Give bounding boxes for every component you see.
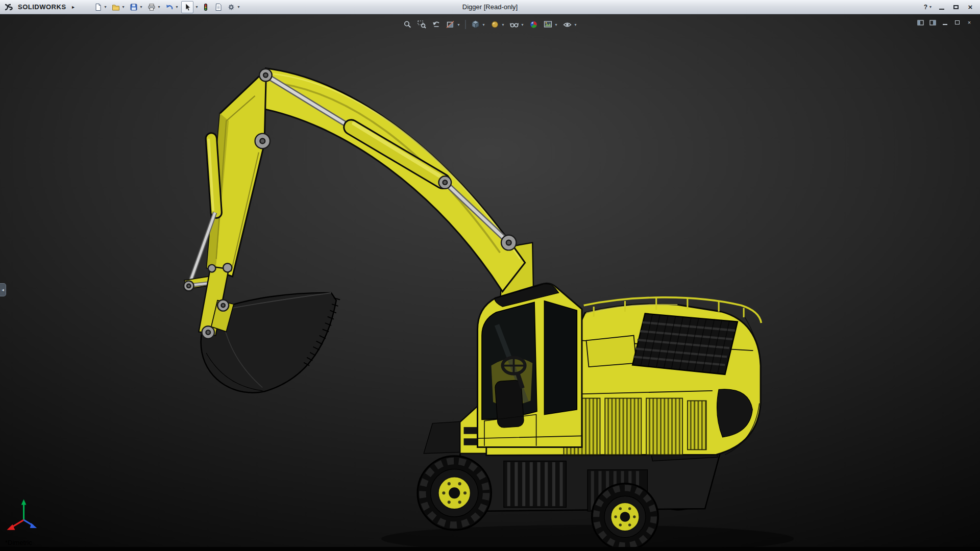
dropdown-arrow-icon[interactable]: ▾ [482,22,486,27]
options-button[interactable]: ▾ [225,1,242,13]
new-button[interactable]: ▾ [92,1,109,13]
title-bar: SOLIDWORKS ▸ ▾ ▾ ▾ ▾ ▾ [0,0,980,14]
open-button[interactable]: ▾ [110,1,127,13]
view-orientation-label: *Dimetric [5,539,32,546]
minimize-icon [943,24,947,25]
window-title: Digger [Read-only] [462,0,518,14]
restore-document-button[interactable] [952,18,962,27]
maximize-icon [953,5,959,9]
menu-expand-arrow[interactable]: ▸ [69,2,78,12]
options-gear-icon [227,3,236,12]
dropdown-arrow-icon[interactable]: ▾ [501,22,505,27]
dropdown-arrow-icon[interactable]: ▾ [104,5,108,9]
section-view-icon [446,19,456,30]
minimize-button[interactable] [935,2,948,13]
dropdown-arrow-icon[interactable]: ▾ [554,22,558,27]
select-cursor-icon [183,3,192,12]
pane-toggle-right-button[interactable] [928,18,937,27]
dropdown-arrow-icon[interactable]: ▾ [457,22,461,27]
zoom-to-area-button[interactable] [415,18,429,31]
maximize-button[interactable] [949,2,963,13]
undo-button[interactable]: ▾ [163,1,181,13]
dropdown-arrow-icon[interactable]: ▾ [139,5,143,9]
undo-arrow-icon [165,3,174,12]
apply-scene-icon [543,19,553,30]
close-button[interactable]: × [964,2,977,13]
heads-up-view-toolbar: ▾ ▾ ▾ ▾ ▾ [401,18,579,31]
previous-view-icon [431,19,442,30]
view-orientation-button[interactable]: ▾ [469,18,487,31]
view-settings-button[interactable]: ▾ [561,18,579,31]
print-button[interactable]: ▾ [145,1,163,13]
toolbar-separator [465,20,466,29]
apply-scene-button[interactable]: ▾ [542,18,560,31]
3d-scene[interactable] [0,14,980,547]
graphics-viewport[interactable]: ▾ ▾ ▾ ▾ ▾ [0,14,980,547]
view-orientation-cube-icon [471,19,481,30]
save-button[interactable]: ▾ [128,1,145,13]
minimize-document-button[interactable] [940,18,949,27]
save-floppy-icon [129,3,138,12]
edit-appearance-ball-icon [529,19,539,30]
featuremanager-flyout-tab[interactable]: ◂ [0,283,6,296]
wheel-front-left [418,456,491,530]
logo-area: SOLIDWORKS [4,3,66,11]
edit-appearance-button[interactable] [527,18,541,31]
rebuild-traffic-light-icon [201,3,210,12]
pane-toggle-left-button[interactable] [916,18,925,27]
previous-view-button[interactable] [430,18,443,31]
close-document-button[interactable]: × [965,18,974,27]
cab [478,283,582,447]
help-icon: ? [924,4,927,11]
document-window-controls: × [916,18,974,27]
bottom-edge-strip [0,547,980,551]
file-properties-button[interactable] [212,1,225,13]
window-controls: ? ▾ × [922,1,977,13]
zoom-to-fit-button[interactable] [401,18,414,31]
dropdown-arrow-icon[interactable]: ▾ [928,5,933,9]
open-folder-icon [111,3,120,12]
view-settings-icon [562,19,573,30]
pane-right-icon [929,20,936,26]
hide-show-items-icon [509,19,520,30]
new-document-icon [93,3,103,12]
restore-icon [955,20,960,24]
dropdown-arrow-icon[interactable]: ▾ [175,5,179,9]
zoom-to-fit-icon [403,19,413,30]
print-icon [147,3,156,12]
brand-text: SOLIDWORKS [18,3,66,11]
dropdown-arrow-icon[interactable]: ▾ [237,5,241,9]
dropdown-arrow-icon[interactable]: ▾ [121,5,126,9]
file-properties-icon [214,3,223,12]
minimize-icon [939,9,944,10]
main-toolbar: ▾ ▾ ▾ ▾ ▾ ▾ [92,1,242,13]
dropdown-arrow-icon[interactable]: ▾ [195,5,199,9]
wheel-front-right [592,484,658,547]
select-button[interactable] [181,1,193,13]
dropdown-arrow-icon[interactable]: ▾ [574,22,578,27]
display-style-icon [490,19,500,30]
section-view-button[interactable]: ▾ [444,18,462,31]
hide-show-items-button[interactable]: ▾ [508,18,526,31]
display-style-button[interactable]: ▾ [488,18,507,31]
dropdown-arrow-icon[interactable]: ▾ [157,5,161,9]
help-button[interactable]: ? ▾ [922,1,934,13]
zoom-to-area-icon [417,19,427,30]
pane-left-icon [917,20,924,26]
solidworks-logo [4,3,15,11]
dropdown-arrow-icon[interactable]: ▾ [521,22,525,27]
rebuild-button[interactable] [200,1,212,13]
